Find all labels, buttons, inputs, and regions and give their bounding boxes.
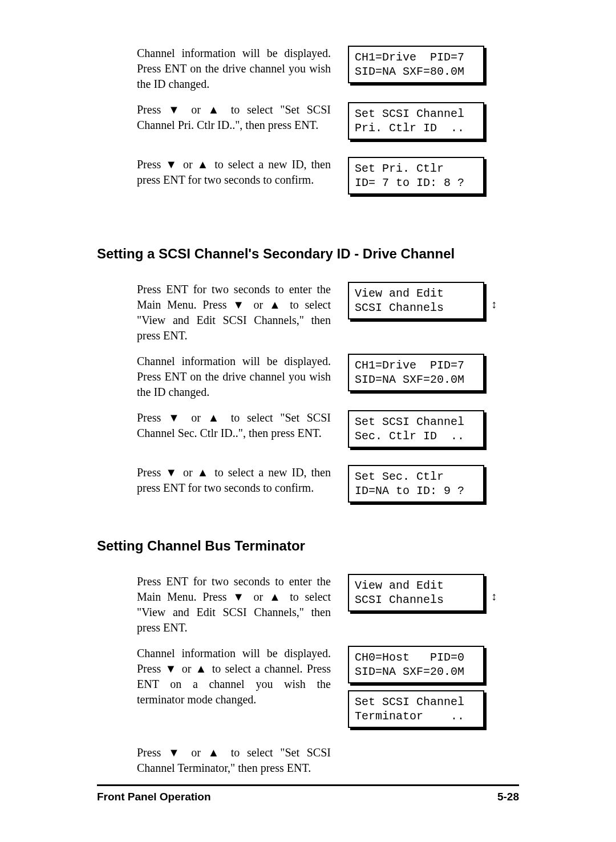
step-row: Press ▼ or ▲ to select a new ID, then pr… (97, 465, 519, 509)
display-column: View and Edit SCSI Channels ↕ (348, 282, 491, 326)
triangle-down-icon: ▼ (168, 103, 184, 116)
triangle-up-icon: ▲ (208, 746, 224, 759)
triangle-down-icon: ▼ (233, 298, 248, 311)
section-heading: Setting Channel Bus Terminator (97, 538, 519, 554)
text-part: or (184, 103, 208, 116)
triangle-up-icon: ▲ (208, 103, 224, 116)
text-part: or (248, 590, 269, 603)
text-part: Press (137, 103, 168, 116)
instruction-text: Channel information will be displayed. P… (97, 354, 342, 400)
display-column: Set Sec. Ctlr ID=NA to ID: 9 ? (348, 465, 491, 509)
text-part: or (184, 746, 208, 759)
instruction-text: Press ▼ or ▲ to select "Set SCSI Channel… (97, 410, 342, 441)
updown-arrow-icon: ↕ (491, 298, 497, 311)
instruction-text: Channel information will be displayed. P… (97, 46, 342, 92)
lcd-display: Set SCSI Channel Pri. Ctlr ID .. (348, 102, 484, 140)
text-part: or (184, 411, 208, 424)
lcd-display: Set SCSI Channel Sec. Ctlr ID .. (348, 410, 484, 448)
instruction-text: Press ENT for two seconds to enter the M… (97, 574, 342, 635)
triangle-down-icon: ▼ (165, 158, 179, 171)
triangle-up-icon: ▲ (196, 662, 208, 675)
lcd-display: CH1=Drive PID=7 SID=NA SXF=20.0M (348, 354, 484, 391)
footer-right: 5-28 (497, 791, 519, 803)
display-column: CH1=Drive PID=7 SID=NA SXF=80.0M (348, 46, 491, 90)
step-row: Press ▼ or ▲ to select a new ID, then pr… (97, 157, 519, 201)
triangle-down-icon: ▼ (165, 466, 179, 479)
display-column: CH0=Host PID=0 SID=NA SXF=20.0M Set SCSI… (348, 646, 491, 735)
instruction-text: Press ▼ or ▲ to select "Set SCSI Channel… (97, 745, 342, 776)
footer-left: Front Panel Operation (97, 791, 211, 803)
triangle-up-icon: ▲ (197, 466, 210, 479)
display-column: CH1=Drive PID=7 SID=NA SXF=20.0M (348, 354, 491, 398)
instruction-text: Press ▼ or ▲ to select a new ID, then pr… (97, 157, 342, 188)
text-part: Press (137, 158, 165, 171)
page-footer: Front Panel Operation 5-28 (97, 784, 519, 803)
text-part: Press (137, 411, 168, 424)
step-row: Channel information will be displayed. P… (97, 46, 519, 92)
step-row: Press ENT for two seconds to enter the M… (97, 282, 519, 343)
triangle-down-icon: ▼ (168, 746, 184, 759)
instruction-text: Press ▼ or ▲ to select a new ID, then pr… (97, 465, 342, 496)
text-part: Press (137, 746, 168, 759)
updown-arrow-icon: ↕ (491, 590, 497, 603)
instruction-text: Channel information will be displayed. P… (97, 646, 342, 707)
lcd-display: View and Edit SCSI Channels (348, 282, 484, 319)
step-row: Channel information will be displayed. P… (97, 646, 519, 735)
step-row: Channel information will be displayed. P… (97, 354, 519, 400)
triangle-down-icon: ▼ (233, 590, 248, 603)
page-content: Channel information will be displayed. P… (0, 0, 616, 815)
display-column: Set SCSI Channel Sec. Ctlr ID .. (348, 410, 491, 455)
step-row: Press ENT for two seconds to enter the M… (97, 574, 519, 635)
section-heading: Setting a SCSI Channel's Secondary ID - … (97, 246, 519, 262)
text-part: Channel information will be displayed. P… (137, 47, 331, 90)
step-row: Press ▼ or ▲ to select "Set SCSI Channel… (97, 410, 519, 455)
display-column: Set SCSI Channel Pri. Ctlr ID .. (348, 102, 491, 147)
lcd-display: Set Sec. Ctlr ID=NA to ID: 9 ? (348, 465, 484, 503)
triangle-down-icon: ▼ (165, 662, 177, 675)
instruction-text: Press ▼ or ▲ to select "Set SCSI Channel… (97, 102, 342, 133)
text-part: Channel information will be displayed. P… (137, 355, 331, 398)
instruction-text: Press ENT for two seconds to enter the M… (97, 282, 342, 343)
triangle-up-icon: ▲ (197, 158, 210, 171)
triangle-down-icon: ▼ (168, 411, 184, 424)
display-column: View and Edit SCSI Channels ↕ (348, 574, 491, 618)
text-part: or (177, 662, 195, 675)
lcd-display: CH0=Host PID=0 SID=NA SXF=20.0M (348, 646, 484, 683)
text-part: or (179, 466, 197, 479)
lcd-display: CH1=Drive PID=7 SID=NA SXF=80.0M (348, 46, 484, 83)
lcd-display: View and Edit SCSI Channels (348, 574, 484, 612)
text-part: or (248, 298, 269, 311)
lcd-display: Set SCSI Channel Terminator .. (348, 690, 484, 728)
lcd-display: Set Pri. Ctlr ID= 7 to ID: 8 ? (348, 157, 484, 195)
display-column: Set Pri. Ctlr ID= 7 to ID: 8 ? (348, 157, 491, 201)
text-part: or (179, 158, 197, 171)
step-row: Press ▼ or ▲ to select "Set SCSI Channel… (97, 102, 519, 147)
step-row: Press ▼ or ▲ to select "Set SCSI Channel… (97, 745, 519, 776)
text-part: Press (137, 466, 165, 479)
triangle-up-icon: ▲ (269, 590, 284, 603)
triangle-up-icon: ▲ (208, 411, 224, 424)
triangle-up-icon: ▲ (269, 298, 284, 311)
